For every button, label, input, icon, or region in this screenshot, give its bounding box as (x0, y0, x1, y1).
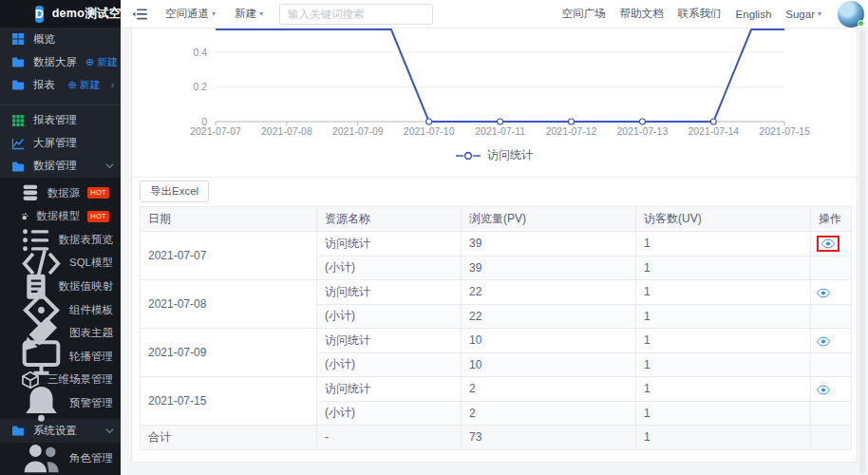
sidebar-item-label: 概览 (33, 32, 55, 47)
menu-collapse-icon[interactable] (132, 8, 148, 21)
eye-icon (817, 288, 830, 298)
sidebar-item-label: 数据值映射 (59, 279, 114, 294)
sidebar-item-label: 预警管理 (69, 396, 113, 410)
new-data-screen-link[interactable]: ⊕ 新建 (85, 55, 118, 69)
language-link[interactable]: English (736, 9, 772, 20)
help-docs-link[interactable]: 帮助文档 (620, 7, 664, 21)
main-content: 00.20.42021-07-072021-07-082021-07-09202… (121, 28, 868, 475)
table-row: 2021-07-07 访问统计 39 1 (141, 232, 852, 256)
plus-circle-icon: ⊕ (67, 80, 76, 90)
user-menu[interactable]: Sugar▾ (785, 9, 821, 20)
view-detail-button[interactable] (817, 385, 830, 395)
sidebar-item-report[interactable]: 报表 ⊕ 新建 › (0, 73, 121, 96)
sidebar-item-label: SQL模型 (69, 256, 113, 270)
space-channel-menu[interactable]: 空间通道▾ (165, 7, 216, 21)
logo-icon: D (35, 6, 44, 23)
sidebar-item-data-mgmt[interactable]: 数据管理 (0, 155, 121, 178)
eye-icon (821, 238, 835, 249)
report-grid-icon (11, 114, 25, 127)
sidebar-item-data-screen[interactable]: 数据大屏 ⊕ 新建 › (0, 50, 121, 73)
svg-text:2021-07-11: 2021-07-11 (475, 125, 525, 137)
svg-text:2021-07-14: 2021-07-14 (688, 125, 739, 137)
sidebar-item-label: 数据表预览 (59, 233, 114, 247)
app-logo[interactable]: D demo测试空间 (0, 0, 121, 28)
legend-line-marker-icon (456, 151, 481, 161)
svg-text:2021-07-13: 2021-07-13 (617, 125, 669, 137)
svg-text:0.4: 0.4 (193, 47, 207, 58)
sidebar-item-alert-mgmt[interactable]: 预警管理 (0, 391, 121, 415)
caret-down-icon: ▾ (212, 10, 216, 18)
col-uv: 访客数(UV) (636, 207, 811, 232)
table-total-row: 合计 - 73 1 (141, 426, 852, 450)
stats-card: 00.20.42021-07-072021-07-082021-07-09202… (131, 28, 858, 463)
sidebar-item-data-model[interactable]: 数据模型 HOT (0, 205, 121, 229)
vertical-scrollbar[interactable] (859, 30, 865, 473)
sidebar-item-overview[interactable]: 概览 (0, 28, 121, 50)
sidebar-item-sql-model[interactable]: SQL模型 (0, 252, 121, 276)
view-detail-button[interactable] (817, 288, 830, 298)
eye-icon (817, 336, 830, 347)
sidebar-item-label: 组件模板 (69, 303, 113, 317)
svg-text:2021-07-12: 2021-07-12 (546, 125, 597, 137)
caret-down-icon: ▾ (818, 10, 821, 18)
svg-text:2021-07-09: 2021-07-09 (332, 125, 384, 137)
chevron-down-icon (105, 428, 114, 434)
date-cell: 2021-07-15 (141, 377, 317, 426)
view-detail-button[interactable] (817, 336, 830, 347)
export-excel-button[interactable]: 导出Excel (140, 180, 209, 202)
roles-users-icon (21, 438, 62, 475)
user-avatar[interactable] (838, 1, 864, 28)
table-row: 2021-07-09 访问统计 10 1 (141, 329, 852, 353)
create-new-menu[interactable]: 新建▾ (235, 7, 263, 21)
svg-text:2021-07-10: 2021-07-10 (404, 125, 455, 137)
chart-legend[interactable]: 访问统计 (132, 147, 857, 163)
sidebar-item-label: 图表主题 (69, 326, 113, 340)
screen-chart-icon (11, 137, 25, 150)
folder-icon (11, 160, 25, 173)
new-report-link[interactable]: ⊕ 新建 (67, 78, 100, 92)
sidebar-item-label: 报表管理 (33, 113, 77, 127)
col-date: 日期 (141, 207, 317, 232)
svg-text:2021-07-07: 2021-07-07 (190, 125, 241, 137)
visit-stats-chart: 00.20.42021-07-072021-07-082021-07-09202… (132, 28, 857, 178)
sidebar-item-data-source[interactable]: 数据源 HOT (0, 181, 121, 205)
date-cell: 2021-07-08 (141, 280, 317, 329)
space-plaza-link[interactable]: 空间广场 (562, 7, 606, 21)
overview-grid-icon (11, 32, 25, 46)
database-icon (21, 183, 40, 202)
sidebar-item-carousel-mgmt[interactable]: 轮播管理 (0, 345, 121, 369)
online-status-dot (858, 20, 864, 27)
table-row: 2021-07-08 访问统计 22 1 (141, 280, 852, 305)
sidebar-item-label: 大屏管理 (33, 136, 77, 150)
sidebar-divider (0, 104, 121, 105)
contact-us-link[interactable]: 联系我们 (678, 7, 722, 21)
date-cell: 2021-07-07 (141, 232, 317, 280)
sidebar-item-label: 报表 (33, 78, 55, 92)
folder-icon (11, 55, 25, 68)
line-chart: 00.20.42021-07-072021-07-082021-07-09202… (132, 28, 857, 141)
topbar: 空间通道▾ 新建▾ 空间广场 帮助文档 联系我们 English Sugar▾ (121, 0, 868, 28)
sidebar-item-label: 数据源 (47, 186, 81, 200)
sidebar: D demo测试空间 概览 数据大屏 ⊕ 新建 › 报表 ⊕ 新建 › (0, 0, 121, 475)
sidebar-item-label: 轮播管理 (69, 350, 113, 364)
alert-bell-icon (21, 383, 62, 424)
folder-icon (11, 424, 25, 437)
sidebar-item-screen-mgmt[interactable]: 大屏管理 (0, 132, 121, 155)
sidebar-item-label: 数据管理 (33, 159, 77, 173)
col-pv: 浏览量(PV) (462, 207, 636, 232)
hot-badge: HOT (87, 211, 109, 222)
date-cell: 2021-07-09 (141, 329, 317, 377)
col-action: 操作 (811, 207, 852, 232)
sidebar-item-label: 数据模型 (36, 209, 80, 223)
sidebar-item-report-mgmt[interactable]: 报表管理 (0, 108, 121, 131)
app-window: D demo测试空间 概览 数据大屏 ⊕ 新建 › 报表 ⊕ 新建 › (0, 0, 868, 475)
eye-icon (817, 385, 830, 395)
keyword-search-input[interactable] (279, 4, 433, 25)
svg-text:0.2: 0.2 (193, 81, 207, 92)
col-resource: 资源名称 (317, 207, 462, 232)
svg-text:2021-07-08: 2021-07-08 (261, 125, 312, 137)
sidebar-item-role-mgmt[interactable]: 角色管理 (0, 446, 121, 471)
view-detail-button-highlighted[interactable] (817, 236, 840, 252)
plus-circle-icon: ⊕ (85, 57, 94, 67)
settings-submenu: 角色管理 (0, 443, 121, 475)
